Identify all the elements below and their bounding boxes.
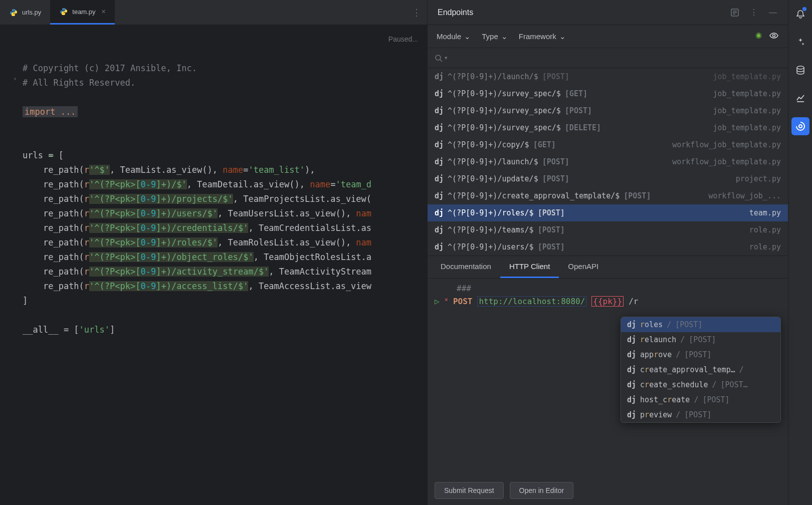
endpoint-row[interactable]: dj ^(?P[0-9]+)/launch/$ [POST] workflow_… <box>428 153 788 170</box>
endpoint-method: [POST] <box>538 225 565 234</box>
endpoint-list: dj ^(?P[0-9]+)/launch/$ [POST] job_templ… <box>428 68 788 256</box>
endpoint-route: ^(?P[0-9]+)/teams/$ <box>448 225 534 234</box>
endpoint-row[interactable]: dj ^(?P[0-9]+)/update/$ [POST] project.p… <box>428 170 788 187</box>
chevron-down-icon: ⌄ <box>501 32 508 41</box>
endpoint-file: job_template.py <box>713 106 781 115</box>
code-content[interactable]: Paused... # Copyright (c) 2017 Ansible, … <box>23 25 427 505</box>
svg-point-2 <box>63 9 63 9</box>
chevron-down-icon: ⌄ <box>559 32 566 41</box>
completion-item[interactable]: dj roles/ [POST] <box>621 317 780 332</box>
framework-tag: dj <box>435 174 444 183</box>
endpoint-file: team.py <box>749 208 781 217</box>
endpoint-method: [POST] <box>542 174 569 183</box>
svg-point-1 <box>14 15 15 15</box>
more-icon[interactable]: ⋮ <box>749 8 759 18</box>
tab-urls-py[interactable]: urls.py <box>0 0 50 25</box>
fold-chevron-icon[interactable]: › <box>14 75 23 82</box>
endpoint-route: ^(?P[0-9]+)/launch/$ <box>448 157 538 166</box>
endpoint-row[interactable]: dj ^(?P[0-9]+)/create_approval_template/… <box>428 187 788 204</box>
framework-tag: dj <box>435 72 444 81</box>
endpoint-route: ^(?P[0-9]+)/copy/$ <box>448 140 529 149</box>
completion-method: [POST] <box>702 395 729 404</box>
run-icon[interactable]: ▷ <box>435 297 440 306</box>
filter-type[interactable]: Type ⌄ <box>482 32 508 41</box>
endpoint-method: [GET] <box>565 89 587 98</box>
tab-documentation[interactable]: Documentation <box>432 256 500 278</box>
tab-openapi[interactable]: OpenAPI <box>559 256 607 278</box>
completion-item[interactable]: dj host_create/ [POST] <box>621 392 780 407</box>
right-toolbar <box>788 0 812 505</box>
submit-request-button[interactable]: Submit Request <box>435 482 504 499</box>
eye-icon[interactable] <box>769 31 779 42</box>
framework-tag: dj <box>435 242 444 251</box>
svg-point-13 <box>799 125 802 128</box>
completion-method: [POST] <box>689 335 716 344</box>
completion-text: create_approval_temp… <box>640 365 735 374</box>
http-client-editor[interactable]: ### ▷× POST http://localhost:8080/{{pk}}… <box>428 279 788 312</box>
endpoint-method: [POST] <box>542 157 569 166</box>
endpoint-method: [GET] <box>533 140 556 149</box>
endpoint-row[interactable]: dj ^(?P[0-9]+)/users/$ [POST] role.py <box>428 238 788 256</box>
filter-framework[interactable]: Framework ⌄ <box>519 32 566 41</box>
completion-item[interactable]: dj preview/ [POST] <box>621 407 780 422</box>
endpoint-route: ^(?P[0-9]+)/create_approval_template/$ <box>448 191 620 200</box>
completion-item[interactable]: dj create_approval_temp…/ <box>621 362 780 377</box>
minimize-icon[interactable]: — <box>768 8 778 18</box>
completion-text: preview <box>640 410 672 419</box>
code-editor[interactable]: › Paused... # Copyright (c) 2017 Ansible… <box>0 25 427 505</box>
panel-header: Endpoints ⋮ — <box>428 0 788 25</box>
filter-module[interactable]: Module ⌄ <box>437 32 471 41</box>
tab-http-client[interactable]: HTTP Client <box>500 256 559 278</box>
completion-method: [POST… <box>721 380 748 389</box>
url-tail[interactable]: /r <box>629 297 638 306</box>
url-base: http://localhost:8080/ <box>477 296 586 307</box>
completion-item[interactable]: dj create_schedule/ [POST… <box>621 377 780 392</box>
framework-tag: dj <box>435 106 444 115</box>
notifications-icon[interactable] <box>791 5 809 23</box>
endpoint-row[interactable]: dj ^(?P[0-9]+)/teams/$ [POST] role.py <box>428 221 788 238</box>
swagger-icon[interactable]: ◉ <box>755 31 762 42</box>
framework-tag: dj <box>435 208 444 217</box>
endpoints-tool-icon[interactable] <box>791 117 809 135</box>
open-in-editor-button[interactable]: Open in Editor <box>510 482 574 499</box>
framework-tag: dj <box>627 410 636 419</box>
endpoint-file: role.py <box>749 242 781 251</box>
database-icon[interactable] <box>791 61 809 79</box>
framework-tag: dj <box>435 89 444 98</box>
framework-tag: dj <box>435 225 444 234</box>
completion-text: create_schedule <box>640 380 708 389</box>
endpoint-row[interactable]: dj ^(?P[0-9]+)/survey_spec/$ [DELETE] jo… <box>428 119 788 136</box>
completion-text: roles <box>640 320 663 329</box>
endpoint-row[interactable]: dj ^(?P[0-9]+)/roles/$ [POST] team.py <box>428 204 788 221</box>
ai-assistant-icon[interactable] <box>791 33 809 51</box>
close-icon[interactable]: × <box>102 8 106 16</box>
chart-icon[interactable] <box>791 89 809 107</box>
endpoint-route: ^(?P[0-9]+)/survey_spec/$ <box>448 89 561 98</box>
endpoint-file: workflow_job_... <box>709 191 781 200</box>
completion-item[interactable]: dj relaunch/ [POST] <box>621 332 780 347</box>
open-editor-icon[interactable] <box>730 8 740 18</box>
completion-text: relaunch <box>640 335 676 344</box>
http-method: POST <box>453 297 473 306</box>
completion-popup: dj roles/ [POST]dj relaunch/ [POST]dj ap… <box>621 317 781 423</box>
completion-method: [POST] <box>684 350 711 359</box>
svg-point-3 <box>65 14 65 14</box>
endpoint-row[interactable]: dj ^(?P[0-9]+)/copy/$ [GET] workflow_job… <box>428 136 788 153</box>
tab-overflow-icon[interactable]: ⋮ <box>412 7 421 18</box>
endpoint-file: workflow_job_template.py <box>672 157 781 166</box>
framework-tag: dj <box>435 140 444 149</box>
endpoint-method: [POST] <box>565 106 592 115</box>
endpoint-method: [POST] <box>538 242 565 251</box>
tab-team-py[interactable]: team.py × <box>50 0 114 25</box>
search-bar[interactable]: ▾ <box>428 48 788 68</box>
svg-point-0 <box>12 10 13 10</box>
completion-item[interactable]: dj approve/ [POST] <box>621 347 780 362</box>
endpoint-row[interactable]: dj ^(?P[0-9]+)/survey_spec/$ [POST] job_… <box>428 102 788 119</box>
error-icon: × <box>445 296 448 303</box>
endpoint-row[interactable]: dj ^(?P[0-9]+)/survey_spec/$ [GET] job_t… <box>428 85 788 102</box>
chevron-down-icon: ⌄ <box>464 32 471 41</box>
endpoint-row[interactable]: dj ^(?P[0-9]+)/launch/$ [POST] job_templ… <box>428 68 788 85</box>
action-bar: Submit Request Open in Editor <box>428 476 788 505</box>
tab-label: team.py <box>72 8 95 16</box>
debug-status: Paused... <box>388 32 418 47</box>
